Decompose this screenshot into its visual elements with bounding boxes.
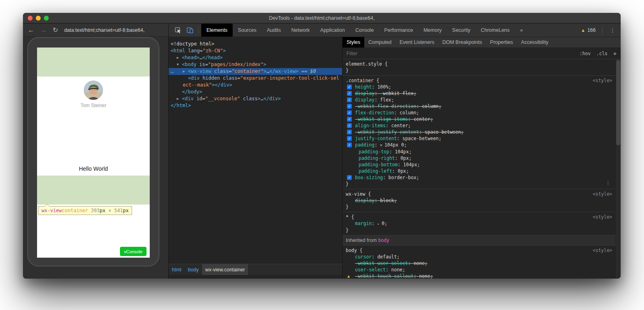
inherited-target-link[interactable]: body <box>378 238 390 243</box>
css-property[interactable]: ✓display: -webkit-flex; <box>346 90 612 97</box>
dom-row[interactable]: <html lang="zh-CN"> <box>169 48 342 54</box>
zoom-button[interactable] <box>44 16 49 21</box>
property-checkbox[interactable]: ✓ <box>347 123 352 128</box>
css-property[interactable]: ✓padding: ▼ 104px 0; <box>346 142 612 149</box>
css-property[interactable]: cursor: default; <box>346 254 612 260</box>
new-style-rule-button[interactable]: + <box>613 50 617 57</box>
url-bar[interactable]: data:text/html;charset=utf-8;base64, <box>64 27 144 33</box>
css-property[interactable]: ✓-webkit-flex-direction: column; <box>346 103 612 110</box>
css-property[interactable]: ✓box-sizing: border-box; <box>346 174 612 181</box>
css-property[interactable]: padding-bottom: 104px; <box>346 161 612 168</box>
breadcrumb-wx-view-container[interactable]: wx-view.container <box>202 264 248 275</box>
stylesheet-origin-link[interactable]: <style> <box>593 247 612 254</box>
tab-sources[interactable]: Sources <box>233 24 262 37</box>
tab-memory[interactable]: Memory <box>418 24 447 37</box>
devtools-menu-icon[interactable]: ⋮ <box>605 24 621 37</box>
property-value: space-between; <box>425 129 464 135</box>
property-checkbox[interactable]: ✓ <box>347 136 352 141</box>
rule-selector[interactable]: element.style { <box>346 61 388 67</box>
property-checkbox[interactable]: ✓ <box>347 104 352 109</box>
property-checkbox[interactable]: ✓ <box>347 175 352 180</box>
element-size-tooltip: wx-viewcontainer 393px × 541px <box>38 206 132 215</box>
tab-console[interactable]: Console <box>350 24 379 37</box>
forward-arrow-icon[interactable]: → <box>40 27 47 33</box>
css-property[interactable]: ✓align-items: center; <box>346 122 612 129</box>
back-arrow-icon[interactable]: ← <box>28 27 34 33</box>
warnings-badge[interactable]: ▲ 166 <box>577 24 600 37</box>
shorthand-arrow-icon[interactable]: ▸ <box>377 222 382 226</box>
property-checkbox[interactable]: ✓ <box>347 91 352 96</box>
minimize-button[interactable] <box>36 16 41 21</box>
css-property[interactable]: padding-right: 0px; <box>346 155 612 161</box>
property-checkbox[interactable]: ✓ <box>347 85 352 89</box>
property-checkbox[interactable]: ✓ <box>347 97 352 102</box>
sidebar-tab-accessibility[interactable]: Accessibility <box>517 37 553 48</box>
css-property[interactable]: ✓-webkit-align-items: center; <box>346 116 612 122</box>
sidebar-tab-computed[interactable]: Computed <box>364 37 396 48</box>
dom-row[interactable]: …▶<wx-view class="container">…</wx-view>… <box>169 68 342 75</box>
dom-row[interactable]: </body> <box>169 89 342 95</box>
css-property[interactable]: -webkit-user-select: none; <box>346 260 612 267</box>
device-toolbar-icon[interactable] <box>184 24 196 37</box>
device-screen[interactable]: Tom Steiner Hello World wx-viewcontainer… <box>37 48 150 258</box>
rule-selector[interactable]: .container { <box>346 78 379 83</box>
tab-elements[interactable]: Elements <box>201 24 233 37</box>
dom-row[interactable]: </html> <box>169 102 342 109</box>
css-property[interactable]: padding-left: 0px; <box>346 168 612 174</box>
reload-icon[interactable]: ↻ <box>53 27 58 33</box>
css-property[interactable]: ✓flex-direction: column; <box>346 110 612 116</box>
css-property[interactable]: ▲-webkit-touch-callout: none; <box>346 273 612 279</box>
css-property[interactable]: padding-top: 104px; <box>346 149 612 155</box>
tab-network[interactable]: Network <box>286 24 315 37</box>
css-property[interactable]: ✓display: flex; <box>346 97 612 103</box>
tab-[interactable]: » <box>515 24 528 37</box>
scrollbar-thumb[interactable] <box>616 60 620 145</box>
breadcrumb-html[interactable]: html <box>169 264 185 275</box>
rule-options-icon[interactable]: ⋮ <box>605 180 611 186</box>
expand-arrow-icon[interactable]: ▶ <box>183 68 188 75</box>
property-checkbox[interactable]: ✓ <box>347 117 352 122</box>
sidebar-tab-event-listeners[interactable]: Event Listeners <box>396 37 438 48</box>
shorthand-arrow-icon[interactable]: ▼ <box>380 143 384 147</box>
dom-row[interactable]: ▶<head>…</head> <box>169 54 342 61</box>
scrollbar-track[interactable] <box>616 59 621 279</box>
styles-filter-input[interactable]: Filter <box>347 51 574 56</box>
breadcrumb-body[interactable]: body <box>185 264 202 275</box>
tab-audits[interactable]: Audits <box>262 24 286 37</box>
css-property[interactable]: ✓justify-content: space-between; <box>346 135 612 142</box>
property-checkbox[interactable]: ✓ <box>347 110 352 115</box>
css-property[interactable]: display: block; <box>346 197 612 204</box>
vconsole-button[interactable]: vConsole <box>120 247 147 256</box>
rule-selector[interactable]: body { <box>346 248 363 253</box>
inspect-element-icon[interactable] <box>172 24 184 37</box>
css-property[interactable]: user-select: none; <box>346 267 612 273</box>
dom-row[interactable]: ▼<body is="pages/index/index"> <box>169 61 342 68</box>
tab-application[interactable]: Application <box>315 24 350 37</box>
dom-row[interactable]: ▶<div id="__vconsole" class>…</div> <box>169 95 342 102</box>
sidebar-tab-dom-breakpoints[interactable]: DOM Breakpoints <box>438 37 486 48</box>
sidebar-tab-styles[interactable]: Styles <box>343 37 364 48</box>
dom-row[interactable]: <div hidden class="exparser-inspector-to… <box>169 75 342 89</box>
sidebar-tab-properties[interactable]: Properties <box>486 37 517 48</box>
property-checkbox[interactable]: ✓ <box>347 130 352 134</box>
stylesheet-origin-link[interactable]: <style> <box>593 191 612 197</box>
rule-selector[interactable]: * { <box>346 214 354 220</box>
tab-performance[interactable]: Performance <box>379 24 419 37</box>
property-checkbox[interactable]: ✓ <box>347 143 352 147</box>
tab-chromelens[interactable]: ChromeLens <box>475 24 515 37</box>
close-button[interactable] <box>28 16 33 21</box>
toggle-cls-button[interactable]: .cls <box>597 51 608 56</box>
css-property[interactable]: ✓height: 100%; <box>346 84 612 90</box>
expand-arrow-icon[interactable]: ▶ <box>177 54 182 61</box>
toggle-hov-button[interactable]: :hov <box>580 51 591 56</box>
expand-arrow-icon[interactable]: ▼ <box>177 61 182 68</box>
expand-arrow-icon[interactable]: ▶ <box>177 95 182 102</box>
stylesheet-origin-link[interactable]: <style> <box>593 77 612 84</box>
rule-selector[interactable]: wx-view { <box>346 191 371 197</box>
property-text: height: 100%; <box>355 84 391 90</box>
css-property[interactable]: ✓-webkit-justify-content: space-between; <box>346 129 612 135</box>
css-property[interactable]: margin: ▸ 0; <box>346 220 612 227</box>
stylesheet-origin-link[interactable]: <style> <box>593 214 612 220</box>
tab-security[interactable]: Security <box>447 24 475 37</box>
dom-row[interactable]: <!doctype html> <box>169 41 342 48</box>
